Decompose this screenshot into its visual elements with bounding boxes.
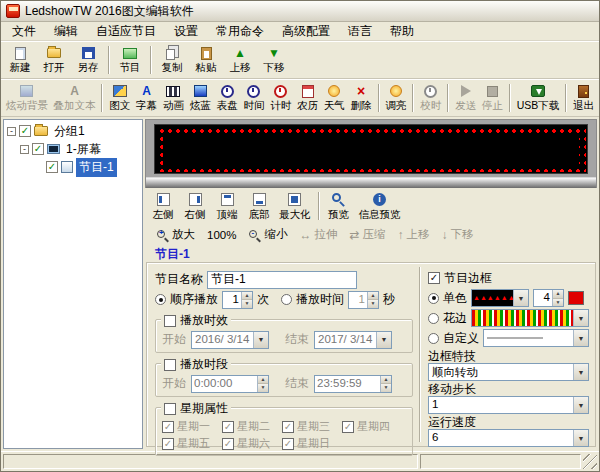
weather-button[interactable]: 天气	[321, 81, 348, 115]
menu-language[interactable]: 语言	[339, 21, 381, 42]
dazzle-background-button[interactable]: 炫动背景	[3, 81, 51, 115]
tree-checkbox-program[interactable]: ✓	[46, 161, 58, 173]
spin-up-icon[interactable]: ▲	[381, 376, 391, 385]
menu-settings[interactable]: 设置	[165, 21, 207, 42]
spin-down-icon[interactable]: ▼	[368, 300, 378, 308]
timeslot-checkbox[interactable]	[164, 359, 176, 371]
dropdown-arrow-icon[interactable]: ▼	[573, 364, 588, 380]
checkbox-checked-icon[interactable]: ✓	[282, 438, 294, 450]
week-friday[interactable]: ✓ 星期五	[162, 436, 222, 451]
move-step-select[interactable]: 1 ▼	[428, 396, 589, 414]
timer-button[interactable]: 计时	[267, 81, 294, 115]
checkbox-checked-icon[interactable]: ✓	[282, 421, 294, 433]
dropdown-arrow-icon[interactable]: ▼	[573, 310, 588, 326]
single-color-pattern-combo[interactable]: ▲▲▲▲▲▲▲▲ ▼	[471, 289, 529, 307]
menu-file[interactable]: 文件	[3, 21, 45, 42]
week-tuesday[interactable]: ✓ 星期二	[222, 419, 282, 434]
collapse-icon[interactable]: -	[20, 145, 29, 154]
stretch-button[interactable]: ↔ 拉伸	[294, 227, 342, 242]
overlay-text-button[interactable]: A 叠加文本	[51, 81, 99, 115]
maximize-button[interactable]: 最大化	[275, 190, 315, 222]
info-preview-button[interactable]: i 信息预览	[355, 190, 405, 222]
dropdown-arrow-icon[interactable]: ▼	[573, 330, 588, 346]
copy-button[interactable]: 复制	[155, 43, 189, 77]
run-speed-select[interactable]: 6 ▼	[428, 429, 589, 447]
dropdown-arrow-icon[interactable]: ▼	[253, 332, 268, 348]
subtitle-button[interactable]: A 字幕	[133, 81, 160, 115]
brightness-button[interactable]: 调亮	[383, 81, 410, 115]
border-size-spinner[interactable]: 4 ▲ ▼	[533, 289, 564, 307]
play-time-spinner[interactable]: 1 ▲ ▼	[348, 291, 379, 309]
spin-down-icon[interactable]: ▼	[258, 384, 268, 392]
compress-button[interactable]: ⇄ 压缩	[344, 227, 390, 242]
program-name-input[interactable]	[207, 271, 357, 289]
program-button[interactable]: 节目	[113, 43, 147, 77]
tree-item-program[interactable]: ✓ 节目-1	[4, 158, 142, 176]
spin-up-icon[interactable]: ▲	[242, 292, 252, 301]
menu-help[interactable]: 帮助	[381, 21, 423, 42]
border-color-swatch[interactable]	[568, 291, 584, 305]
spin-down-icon[interactable]: ▼	[381, 384, 391, 392]
program-border-checkbox[interactable]: ✓	[428, 272, 440, 284]
menu-common-commands[interactable]: 常用命令	[207, 21, 273, 42]
checkbox-checked-icon[interactable]: ✓	[222, 438, 234, 450]
graphic-text-button[interactable]: 图文	[106, 81, 133, 115]
spin-up-icon[interactable]: ▲	[553, 290, 563, 299]
checkbox-checked-icon[interactable]: ✓	[222, 421, 234, 433]
week-checkbox[interactable]	[164, 403, 176, 415]
lace-radio[interactable]	[428, 313, 439, 324]
validity-start-date[interactable]: 2016/ 3/14 ▼	[191, 331, 269, 349]
dropdown-arrow-icon[interactable]: ▼	[513, 290, 528, 306]
tree-label-screen[interactable]: 1-屏幕	[63, 140, 104, 159]
menu-advanced-config[interactable]: 高级配置	[273, 21, 339, 42]
tree-item-group[interactable]: - ✓ 分组1	[4, 122, 142, 140]
validity-checkbox[interactable]	[164, 315, 176, 327]
open-button[interactable]: 打开	[37, 43, 71, 77]
spin-down-icon[interactable]: ▼	[553, 299, 563, 307]
move-up-button[interactable]: ▲ 上移	[223, 43, 257, 77]
custom-radio[interactable]	[428, 333, 439, 344]
align-bottom-button[interactable]: 底部	[243, 190, 275, 222]
zone-move-up-button[interactable]: ↑ 上移	[392, 227, 434, 242]
week-monday[interactable]: ✓ 星期一	[162, 419, 222, 434]
animation-button[interactable]: 动画	[160, 81, 187, 115]
dropdown-arrow-icon[interactable]: ▼	[573, 397, 588, 413]
tree-checkbox-screen[interactable]: ✓	[32, 143, 44, 155]
send-button[interactable]: 发送	[452, 81, 479, 115]
time-sync-button[interactable]: 校时	[417, 81, 444, 115]
tree-label-group[interactable]: 分组1	[51, 122, 88, 141]
play-time-radio[interactable]	[281, 294, 292, 305]
menu-edit[interactable]: 编辑	[45, 21, 87, 42]
week-thursday[interactable]: ✓ 星期四	[342, 419, 402, 434]
paste-button[interactable]: 粘贴	[189, 43, 223, 77]
tab-program-1[interactable]: 节目-1	[155, 247, 190, 261]
zone-move-down-button[interactable]: ↓ 下移	[436, 227, 478, 242]
align-top-button[interactable]: 顶端	[211, 190, 243, 222]
dazzle-blue-button[interactable]: 炫蓝	[187, 81, 214, 115]
collapse-icon[interactable]: -	[7, 127, 16, 136]
delete-button[interactable]: × 删除	[348, 81, 375, 115]
checkbox-checked-icon[interactable]: ✓	[342, 421, 354, 433]
new-button[interactable]: 新建	[3, 43, 37, 77]
usb-download-button[interactable]: USB下载	[514, 81, 562, 115]
border-effect-select[interactable]: 顺向转动 ▼	[428, 363, 589, 381]
move-down-button[interactable]: ▼ 下移	[257, 43, 291, 77]
lace-pattern-combo[interactable]: ▼	[471, 309, 589, 327]
play-count-spinner[interactable]: 1 ▲ ▼	[222, 291, 253, 309]
stop-button[interactable]: 停止	[479, 81, 506, 115]
week-sunday[interactable]: ✓ 星期日	[282, 436, 342, 451]
zoom-in-button[interactable]: + 放大	[151, 227, 200, 242]
checkbox-checked-icon[interactable]: ✓	[162, 438, 174, 450]
spin-down-icon[interactable]: ▼	[242, 300, 252, 308]
tree-checkbox-group[interactable]: ✓	[19, 125, 31, 137]
spin-up-icon[interactable]: ▲	[258, 376, 268, 385]
tree-label-program-selected[interactable]: 节目-1	[76, 158, 117, 177]
preview-button[interactable]: 预览	[323, 190, 355, 222]
week-wednesday[interactable]: ✓ 星期三	[282, 419, 342, 434]
checkbox-checked-icon[interactable]: ✓	[162, 421, 174, 433]
validity-end-date[interactable]: 2017/ 3/14 ▼	[314, 331, 392, 349]
week-saturday[interactable]: ✓ 星期六	[222, 436, 282, 451]
sequential-play-radio[interactable]	[155, 294, 166, 305]
align-right-button[interactable]: 右侧	[179, 190, 211, 222]
custom-pattern-combo[interactable]: ▼	[483, 329, 589, 347]
